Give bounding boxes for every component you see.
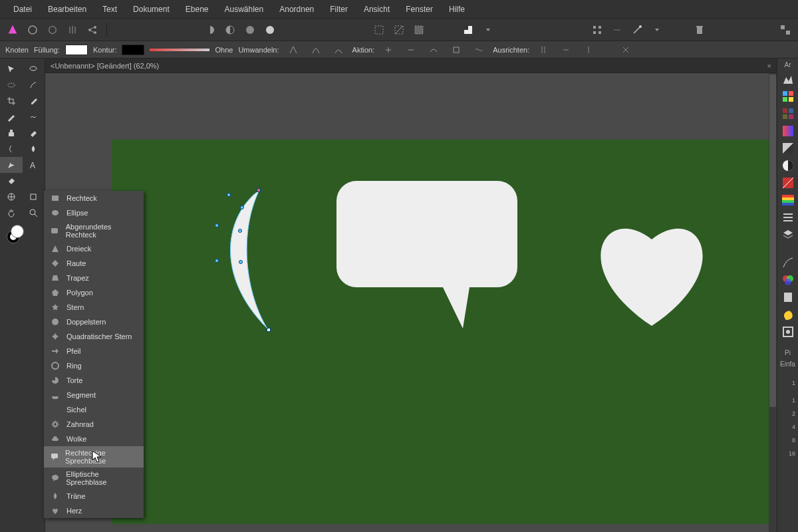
- red-icon[interactable]: [779, 175, 797, 191]
- persona-icon[interactable]: [24, 21, 41, 39]
- shape-torte[interactable]: Torte: [44, 373, 144, 388]
- blend-4-icon[interactable]: [261, 21, 279, 39]
- convert-smart-icon[interactable]: [330, 41, 347, 59]
- shape-sichel[interactable]: Sichel: [44, 402, 144, 417]
- action-5-icon[interactable]: [470, 41, 487, 59]
- menu-ansicht[interactable]: Ansicht: [356, 0, 398, 19]
- canvas[interactable]: [112, 140, 777, 524]
- menu-filter[interactable]: Filter: [322, 0, 356, 19]
- layers-icon[interactable]: [779, 227, 797, 243]
- crescent-tool[interactable]: [23, 173, 45, 189]
- marquee-diag-icon[interactable]: [390, 21, 408, 39]
- blur-tool[interactable]: [23, 141, 45, 157]
- heal-tool[interactable]: [23, 109, 45, 125]
- shape-ellip-sprechblase[interactable]: Elliptische Sprechblase: [44, 467, 144, 489]
- marquee-auto-icon[interactable]: [410, 21, 428, 39]
- gradient-icon[interactable]: [779, 140, 797, 156]
- quicklook-icon[interactable]: [460, 21, 477, 39]
- heart-shape[interactable]: [592, 215, 712, 327]
- menu-datei[interactable]: Datei: [5, 0, 40, 19]
- text-tool[interactable]: A: [23, 157, 45, 173]
- move-tool[interactable]: [0, 61, 23, 77]
- scroll-thumb[interactable]: [769, 74, 776, 407]
- shape-stern[interactable]: Stern: [44, 300, 144, 315]
- perspective-tool[interactable]: [23, 189, 45, 205]
- convert-smooth-icon[interactable]: [307, 41, 325, 59]
- trash-icon[interactable]: [691, 21, 708, 39]
- vertical-scrollbar[interactable]: [769, 73, 777, 532]
- shape-ellipse[interactable]: Ellipse: [44, 205, 144, 220]
- swatches2-icon[interactable]: [779, 106, 797, 122]
- shape-herz[interactable]: Herz: [44, 503, 144, 518]
- menu-dokument[interactable]: Dokument: [125, 0, 178, 19]
- erase-tool[interactable]: [23, 125, 45, 141]
- stripes-icon[interactable]: [779, 192, 797, 208]
- stroke-width-preview[interactable]: [150, 49, 209, 51]
- pencil-tool[interactable]: [0, 109, 23, 125]
- menu-text[interactable]: Text: [94, 0, 125, 19]
- action-4-icon[interactable]: [448, 41, 465, 59]
- doc-icon[interactable]: [779, 289, 797, 305]
- menu-fenster[interactable]: Fenster: [398, 0, 441, 19]
- menu-bearbeiten[interactable]: Bearbeiten: [40, 0, 94, 19]
- action-2-icon[interactable]: [402, 41, 420, 59]
- shape-doppelstern[interactable]: Doppelstern: [44, 315, 144, 329]
- color-icon[interactable]: [779, 123, 797, 139]
- mirror-icon[interactable]: [64, 21, 81, 39]
- wand-icon[interactable]: [628, 21, 646, 39]
- panels-icon[interactable]: [777, 21, 794, 39]
- marquee-rect-icon[interactable]: [370, 21, 388, 39]
- tab-close-icon[interactable]: ×: [767, 62, 771, 70]
- pan-tool[interactable]: [0, 205, 23, 221]
- dropdown-chevron-icon[interactable]: [479, 21, 497, 39]
- shape-raute[interactable]: Raute: [44, 256, 144, 271]
- blob-icon[interactable]: [779, 307, 797, 323]
- shape-rechteck[interactable]: Rechteck: [44, 191, 144, 205]
- swatches-icon[interactable]: [779, 88, 797, 104]
- panel-tab-pi[interactable]: Pi: [783, 348, 792, 358]
- crop-tool[interactable]: [0, 93, 23, 109]
- panel-tab-einfa[interactable]: Einfa: [779, 359, 797, 369]
- mesh-tool[interactable]: [0, 189, 23, 205]
- panel-tab-ar[interactable]: Ar: [783, 60, 793, 70]
- menu-hilfe[interactable]: Hilfe: [441, 0, 473, 19]
- shape-polygon[interactable]: Polygon: [44, 285, 144, 300]
- menu-anordnen[interactable]: Anordnen: [271, 0, 322, 19]
- align-close-icon[interactable]: [617, 41, 634, 59]
- lasso-tool[interactable]: [23, 61, 45, 77]
- ellipse-marquee-tool[interactable]: [0, 77, 23, 93]
- shape-ring[interactable]: Ring: [44, 358, 144, 373]
- align-2-icon[interactable]: [557, 41, 575, 59]
- fill-swatch[interactable]: [65, 45, 88, 55]
- shape-traene[interactable]: Träne: [44, 489, 144, 503]
- shape-dreieck[interactable]: Dreieck: [44, 241, 144, 256]
- blend-3-icon[interactable]: [241, 21, 259, 39]
- zoom-tool[interactable]: [23, 205, 45, 221]
- canvas-viewport[interactable]: <Unbenannt> [Geändert] (62,0%) ×: [45, 59, 777, 532]
- action-3-icon[interactable]: [425, 41, 442, 59]
- convert-sharp-icon[interactable]: [285, 41, 302, 59]
- shape-quadstern[interactable]: Quadratischer Stern: [44, 329, 144, 344]
- brush-tool[interactable]: [23, 77, 45, 93]
- dropdown-chevron-icon[interactable]: [648, 21, 666, 39]
- shape-wolke[interactable]: Wolke: [44, 432, 144, 446]
- align-1-icon[interactable]: [535, 41, 552, 59]
- color-swatches[interactable]: [7, 225, 29, 247]
- target-icon[interactable]: [779, 324, 797, 340]
- shape-zahnrad[interactable]: Zahnrad: [44, 417, 144, 432]
- smudge-tool[interactable]: [0, 141, 23, 157]
- align-3-icon[interactable]: [580, 41, 597, 59]
- bw-icon[interactable]: [779, 158, 797, 174]
- document-tab[interactable]: <Unbenannt> [Geändert] (62,0%): [51, 62, 159, 70]
- menu-auswaehlen[interactable]: Auswählen: [216, 0, 271, 19]
- list-icon[interactable]: [779, 209, 797, 225]
- stroke-swatch[interactable]: [122, 45, 144, 55]
- share-icon[interactable]: [84, 21, 101, 39]
- blend-1-icon[interactable]: [201, 21, 219, 39]
- histogram-icon[interactable]: [779, 71, 797, 87]
- cube-icon[interactable]: [44, 21, 61, 39]
- shape-segment[interactable]: Segment: [44, 388, 144, 402]
- eyedropper-tool[interactable]: [23, 93, 45, 109]
- shape-pfeil[interactable]: Pfeil: [44, 344, 144, 358]
- clone-tool[interactable]: [0, 125, 23, 141]
